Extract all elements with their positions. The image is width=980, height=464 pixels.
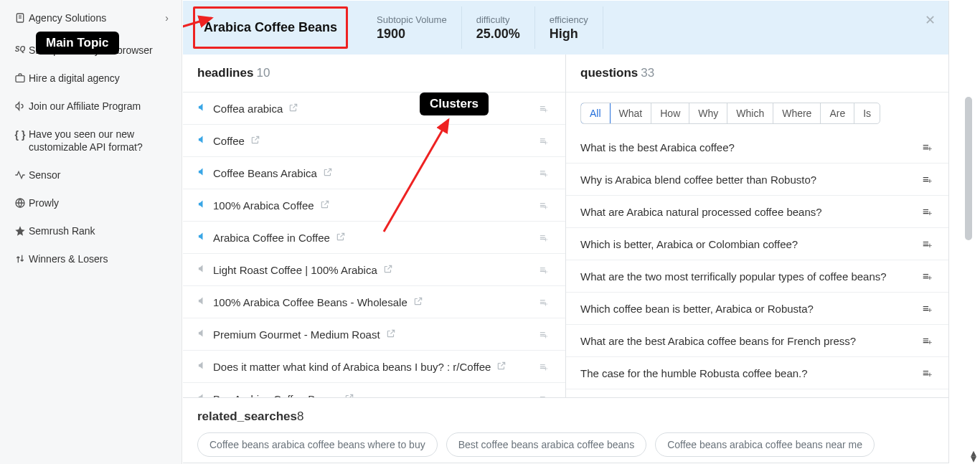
question-row[interactable]: Which is better, Arabica or Colombian co… (566, 228, 948, 260)
add-to-list-icon[interactable] (923, 141, 934, 153)
question-row[interactable]: What are the two most terrifically popul… (566, 260, 948, 293)
filter-is[interactable]: Is (854, 103, 880, 123)
add-to-list-icon[interactable] (923, 173, 934, 186)
scrollbar-track-outer[interactable] (965, 1, 972, 463)
headline-row[interactable]: 100% Arabica Coffee Beans - Wholesale (183, 286, 565, 318)
add-to-list-icon[interactable] (540, 135, 551, 146)
bullhorn-icon (197, 263, 213, 276)
headline-text: 100% Arabica Coffee Beans - Wholesale (213, 296, 540, 308)
close-button[interactable]: ✕ (925, 12, 936, 28)
questions-label: questions (580, 66, 638, 80)
sidebar-item-label: Join our Affiliate Program (29, 100, 169, 113)
related-label: related_searches (197, 409, 297, 423)
add-to-list-icon[interactable] (540, 103, 551, 114)
related-chip[interactable]: Coffee beans arabica coffee beans where … (197, 432, 438, 457)
filter-why[interactable]: Why (689, 103, 727, 123)
filter-are[interactable]: Are (821, 103, 854, 123)
bullhorn-icon (197, 199, 213, 212)
question-row[interactable]: What are the best Arabica coffee beans f… (566, 325, 948, 357)
sidebar-item-semrush-rank[interactable]: Semrush Rank (0, 217, 182, 245)
add-to-list-icon[interactable] (540, 199, 551, 211)
question-text: The case for the humble Robusta coffee b… (580, 367, 923, 379)
bullhorn-icon (197, 231, 213, 244)
filter-where[interactable]: Where (773, 103, 821, 123)
sidebar-item-prowly[interactable]: Prowly (0, 189, 182, 217)
question-row[interactable]: The case for the humble Robusta coffee b… (566, 357, 948, 389)
stat-label: efficiency (550, 14, 588, 25)
sidebar-item-api-format[interactable]: { } Have you seen our new customizable A… (0, 120, 182, 162)
updown-icon (11, 252, 29, 265)
question-text: Which coffee bean is better, Arabica or … (580, 303, 923, 315)
stat-value: 25.00% (476, 27, 520, 42)
sq-icon: SQ (11, 44, 29, 55)
add-to-list-icon[interactable] (540, 232, 551, 243)
questions-header: questions33 (566, 55, 948, 93)
add-to-list-icon[interactable] (923, 302, 934, 315)
stat-label: Subtopic Volume (377, 14, 447, 25)
headline-row[interactable]: Light Roast Coffee | 100% Arabica (183, 254, 565, 286)
sidebar-item-label: Agency Solutions (29, 11, 165, 25)
bullhorn-icon (197, 102, 213, 115)
external-link-icon[interactable] (323, 167, 333, 179)
sidebar-item-label: Have you seen our new customizable API f… (29, 128, 169, 155)
add-to-list-icon[interactable] (923, 334, 934, 347)
add-to-list-icon[interactable] (923, 237, 934, 250)
arrow-clusters (362, 110, 470, 239)
sidebar-item-sensor[interactable]: Sensor (0, 161, 182, 189)
filter-how[interactable]: How (651, 103, 689, 123)
sidebar-item-agency-solutions[interactable]: Agency Solutions › (0, 4, 182, 32)
related-chip[interactable]: Best coffee beans arabica coffee beans (446, 432, 646, 457)
external-link-icon[interactable] (250, 135, 260, 147)
sidebar-item-affiliate[interactable]: Join our Affiliate Program (0, 93, 182, 120)
headline-row[interactable]: Buy Arabica Coffee Beans (183, 383, 565, 397)
stat-value: 1900 (377, 27, 447, 42)
add-to-list-icon[interactable] (923, 205, 934, 218)
question-row[interactable]: Which coffee bean is better, Arabica or … (566, 293, 948, 325)
add-to-list-icon[interactable] (540, 167, 551, 179)
scrollbar-thumb[interactable] (965, 97, 972, 240)
external-link-icon[interactable] (413, 296, 423, 308)
related-chips: Coffee beans arabica coffee beans where … (197, 432, 934, 457)
arrow-main-topic (182, 9, 226, 45)
bullhorn-icon (197, 166, 213, 179)
question-row[interactable]: What are the popular types of coffee bea… (566, 389, 948, 397)
question-row[interactable]: What are Arabica natural processed coffe… (566, 196, 948, 228)
stat-subtopic-volume: Subtopic Volume 1900 (362, 6, 462, 49)
stat-value: High (550, 27, 588, 42)
external-link-icon[interactable] (386, 328, 396, 341)
sidebar-item-label: Sensor (29, 169, 169, 182)
external-link-icon[interactable] (288, 103, 298, 115)
headline-row[interactable]: Premium Gourmet - Medium Roast (183, 318, 565, 351)
related-chip[interactable]: Coffee beans arabica coffee beans near m… (655, 432, 875, 457)
filter-all[interactable]: All (580, 103, 611, 124)
filter-which[interactable]: Which (727, 103, 773, 123)
add-to-list-icon[interactable] (540, 264, 551, 275)
filter-segmented-control: AllWhatHowWhyWhichWhereAreIs (580, 103, 880, 124)
sidebar-item-winners-losers[interactable]: Winners & Losers (0, 245, 182, 273)
add-to-list-icon[interactable] (540, 361, 551, 372)
question-text: Why is Arabica blend coffee better than … (580, 174, 923, 186)
question-row[interactable]: What is the best Arabica coffee? (566, 131, 948, 164)
headlines-count: 10 (256, 66, 270, 80)
related-count: 8 (297, 409, 303, 423)
add-to-list-icon[interactable] (923, 366, 934, 379)
briefcase-icon (11, 72, 29, 84)
filter-what[interactable]: What (611, 103, 652, 123)
external-link-icon[interactable] (383, 264, 393, 276)
question-text: Which is better, Arabica or Colombian co… (580, 238, 923, 250)
external-link-icon[interactable] (496, 361, 507, 373)
external-link-icon[interactable] (336, 232, 346, 244)
more-indicator-icon[interactable]: ▴▾ (971, 450, 976, 462)
add-to-list-icon[interactable] (540, 328, 551, 340)
headline-row[interactable]: Does it matter what kind of Arabica bean… (183, 351, 565, 383)
add-to-list-icon[interactable] (923, 270, 934, 283)
question-filters: AllWhatHowWhyWhichWhereAreIs (566, 93, 948, 124)
question-text: What is the best Arabica coffee? (580, 141, 923, 153)
external-link-icon[interactable] (320, 199, 330, 212)
svg-line-5 (182, 18, 212, 41)
question-row[interactable]: Why is Arabica blend coffee better than … (566, 164, 948, 196)
sidebar-item-hire-agency[interactable]: Hire a digital agency (0, 65, 182, 93)
add-to-list-icon[interactable] (540, 296, 551, 308)
sidebar-item-label: Winners & Losers (29, 252, 169, 266)
globe-icon (11, 197, 29, 209)
